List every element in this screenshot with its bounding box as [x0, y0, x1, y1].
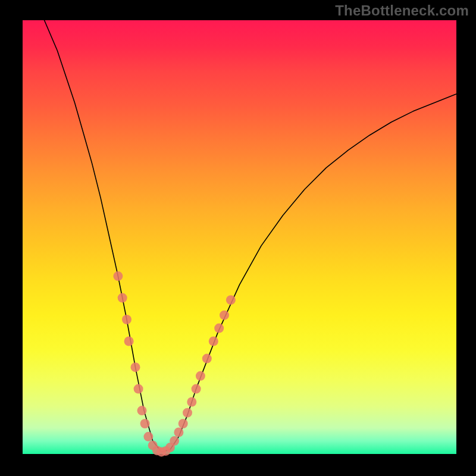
data-marker [170, 436, 179, 446]
data-marker [209, 337, 218, 346]
data-marker [187, 397, 196, 407]
data-marker [192, 384, 201, 394]
data-marker [140, 419, 150, 428]
data-marker [131, 362, 140, 372]
data-marker [134, 384, 143, 394]
chart-svg [23, 20, 456, 454]
data-marker [183, 408, 192, 418]
plot-area [23, 20, 456, 454]
marker-layer [113, 271, 236, 456]
watermark-text: TheBottleneck.com [335, 2, 469, 19]
bottleneck-curve [45, 20, 457, 452]
data-marker [124, 337, 134, 346]
data-marker [196, 371, 205, 381]
data-marker [220, 311, 229, 320]
data-marker [137, 406, 147, 415]
data-marker [122, 315, 131, 324]
data-marker [214, 324, 224, 333]
data-marker [174, 428, 183, 437]
data-marker [118, 293, 127, 303]
data-marker [143, 432, 153, 441]
data-marker [202, 354, 212, 364]
data-marker [113, 271, 123, 281]
data-marker [178, 419, 188, 428]
data-marker [226, 295, 236, 305]
chart-frame: TheBottleneck.com [0, 0, 476, 476]
